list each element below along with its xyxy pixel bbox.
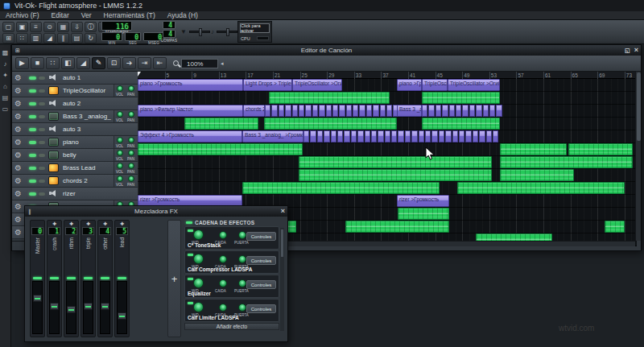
effect-row[interactable]: W/DCAIDAPUERTAControlesCalf Limiter LADS… — [184, 299, 279, 322]
sample-pattern[interactable] — [398, 208, 449, 220]
menu-archivo[interactable]: Archivo (F) — [6, 11, 39, 19]
automation-pattern[interactable]: Эффект 4 >Громкость — [138, 130, 242, 143]
solo-led[interactable] — [39, 192, 45, 196]
automation-pattern-cells[interactable] — [422, 105, 500, 117]
mute-led[interactable] — [29, 192, 36, 196]
automation-cell[interactable] — [373, 105, 378, 117]
solo-led[interactable] — [39, 141, 45, 144]
pan-knob[interactable] — [128, 150, 134, 156]
channel-fader[interactable] — [83, 281, 93, 334]
automation-cell[interactable] — [326, 105, 332, 117]
automation-cell[interactable] — [469, 105, 475, 117]
effects-scrollbar[interactable] — [280, 228, 284, 331]
mute-led[interactable] — [29, 167, 36, 170]
automation-cell[interactable] — [462, 105, 468, 117]
mute-led[interactable] — [29, 141, 36, 144]
bb-editor-icon[interactable]: ∷ — [16, 33, 28, 43]
mute-led[interactable] — [29, 154, 36, 157]
keep-position-button[interactable]: ⇥ — [138, 57, 151, 69]
volume-knob[interactable] — [117, 137, 123, 143]
gate-knob[interactable] — [238, 304, 246, 312]
automation-cell[interactable] — [378, 130, 383, 143]
automation-cell[interactable] — [279, 105, 284, 117]
zoom-decrease-arrow-icon[interactable]: ◂ — [221, 60, 224, 67]
automation-pattern[interactable]: Bass 3 _anal — [397, 105, 422, 117]
track-name[interactable]: auto 1 — [63, 74, 80, 81]
automation-pattern[interactable]: rizer >Громкость — [397, 195, 449, 207]
track-name[interactable]: chords 2 — [63, 177, 88, 184]
gear-icon[interactable]: ⚙ — [14, 86, 22, 95]
effect-enabled-led[interactable] — [188, 229, 193, 232]
automation-cell[interactable] — [473, 130, 478, 143]
automation-cell[interactable] — [385, 130, 390, 143]
channel-led[interactable] — [101, 277, 109, 279]
solo-led[interactable] — [39, 76, 45, 80]
track-name[interactable]: Brass Lead — [63, 164, 95, 171]
automation-cell[interactable] — [305, 105, 311, 117]
channel-send-button[interactable]: ✚ — [103, 221, 107, 227]
solo-led[interactable] — [39, 128, 45, 131]
automation-cell[interactable] — [425, 130, 431, 143]
automation-cell[interactable] — [319, 105, 324, 117]
volume-knob[interactable] — [117, 163, 123, 169]
automation-cell[interactable] — [317, 130, 323, 143]
automation-cell[interactable] — [331, 130, 336, 143]
instrument-icon[interactable] — [48, 112, 59, 121]
effect-enabled-led[interactable] — [188, 278, 193, 280]
channel-led[interactable] — [67, 277, 76, 279]
fx-mixer-icon[interactable]: ∥ — [57, 33, 69, 43]
tempo-value[interactable]: 116 — [101, 21, 132, 31]
automation-pattern[interactable]: piano >Громкость — [138, 79, 243, 91]
mute-led[interactable] — [29, 89, 36, 93]
track-lane[interactable]: piano >ГромкостьLight Drops > TripleOsci… — [138, 79, 637, 92]
master-pitch-handle[interactable] — [226, 28, 229, 36]
fader-handle[interactable] — [67, 306, 76, 313]
mixer-channel-triple[interactable]: ✚3triple — [80, 220, 96, 337]
automation-pattern-cells[interactable] — [265, 105, 397, 117]
automation-cell[interactable] — [332, 105, 338, 117]
timeline[interactable]: 5913172125293337414549535761656973 — [138, 72, 637, 79]
track-header[interactable]: ⚙auto 3 — [12, 123, 138, 136]
fader-handle[interactable] — [50, 303, 59, 310]
decay-knob[interactable] — [219, 255, 227, 263]
automation-cell[interactable] — [371, 130, 377, 143]
solo-led[interactable] — [39, 115, 45, 118]
automation-cell[interactable] — [459, 130, 464, 143]
track-header[interactable]: ⚙Bass 3 _analog_VOLPAN — [12, 110, 138, 123]
track-name[interactable]: belly — [63, 151, 76, 159]
vertical-scrollbar-thumb[interactable] — [637, 72, 641, 141]
controls-button[interactable]: Controles — [246, 304, 276, 313]
mute-led[interactable] — [29, 180, 36, 183]
automation-pattern[interactable]: piano >Гром — [397, 79, 422, 91]
solo-led[interactable] — [39, 89, 45, 93]
gear-icon[interactable]: ⚙ — [14, 112, 22, 121]
pan-knob[interactable] — [128, 111, 134, 118]
piano-roll-icon[interactable]: ▥ — [30, 33, 42, 43]
automation-cell[interactable] — [357, 130, 363, 143]
track-header[interactable]: ⚙auto 2 — [12, 97, 138, 110]
gear-icon[interactable]: ⚙ — [14, 99, 22, 108]
channel-send-button[interactable]: ✚ — [86, 221, 90, 227]
mixer-channel-lead[interactable]: ✚5lead — [114, 220, 130, 337]
save-project-icon[interactable]: ▦ — [57, 22, 69, 32]
menu-ver[interactable]: Ver — [81, 11, 92, 19]
track-header[interactable]: ⚙chords 2VOLPAN — [12, 175, 138, 188]
cpu-panel[interactable]: Click para activar CPU — [237, 21, 272, 43]
channel-led[interactable] — [50, 277, 59, 279]
automation-cell[interactable] — [486, 130, 492, 143]
back-to-start-button[interactable]: ⇤ — [153, 57, 167, 69]
effects-chain-led[interactable] — [186, 221, 192, 224]
mixer-channel-master[interactable]: 0Master — [30, 220, 45, 337]
channel-led[interactable] — [84, 277, 93, 279]
compas-numerator[interactable]: 4 — [163, 21, 175, 29]
wet-dry-knob[interactable] — [193, 302, 204, 312]
automation-cell[interactable] — [353, 105, 358, 117]
mixer-channel-crash[interactable]: ✚1crash — [47, 220, 62, 337]
sample-pattern[interactable] — [299, 156, 492, 168]
sample-pattern[interactable] — [422, 92, 500, 104]
gear-icon[interactable]: ⚙ — [14, 163, 22, 172]
automation-cell[interactable] — [436, 105, 441, 117]
decay-knob[interactable] — [219, 279, 227, 287]
effect-row[interactable]: W/DCAIDAPUERTAControlesEqualizer — [184, 275, 279, 298]
gear-icon[interactable]: ⚙ — [14, 189, 22, 198]
